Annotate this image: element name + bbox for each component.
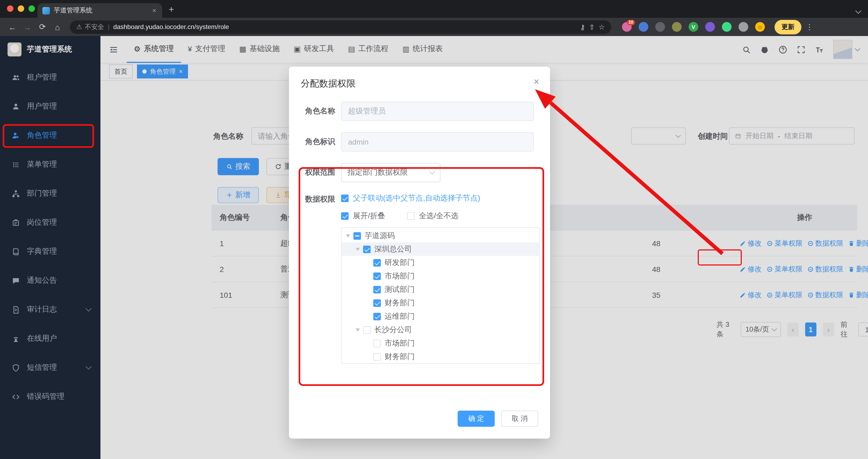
checkbox[interactable] — [373, 259, 381, 266]
dialog-role-key-label: 角色标识 — [305, 137, 341, 147]
dialog-header: 分配数据权限 × — [289, 67, 550, 94]
checkbox[interactable] — [373, 339, 381, 347]
data-perm-label: 数据权限 — [305, 194, 341, 204]
extension-icon-pink[interactable]: 10 — [622, 22, 632, 32]
tree-node[interactable]: 测试部门 — [342, 283, 539, 296]
checkbox[interactable] — [373, 272, 381, 280]
data-permission-dialog: 分配数据权限 × 角色名称 角色标识 权限范围 指定部门数据权限 数据权限 — [289, 67, 550, 438]
screen: 芋道管理系统 × + ← → ⟳ ⌂ ⚠ 不安全 | dashboard.yud… — [0, 0, 868, 459]
checkbox[interactable] — [353, 232, 361, 239]
tab-close-icon[interactable]: × — [151, 6, 157, 15]
dialog-role-name-input[interactable] — [341, 102, 534, 121]
extension-icon-green-v[interactable]: V — [689, 22, 698, 32]
strictly-option[interactable]: 父子联动(选中父节点,自动选择子节点) — [341, 194, 540, 203]
checkbox[interactable] — [373, 313, 381, 320]
browser-tabstrip: 芋道管理系统 × + — [0, 0, 868, 18]
checkbox[interactable] — [373, 353, 381, 361]
browser-menu-icon[interactable]: ⋮ — [806, 23, 813, 31]
extension-icon-blue[interactable] — [639, 22, 648, 32]
address-bar[interactable]: ⚠ 不安全 | dashboard.yudao.iocoder.cn/syste… — [70, 20, 611, 34]
tree-node[interactable]: 财务部门 — [342, 296, 539, 310]
tree-node[interactable]: 芋道源码 — [342, 229, 539, 242]
tree-node-label: 财务部门 — [384, 352, 415, 362]
home-icon[interactable]: ⌂ — [51, 22, 64, 31]
scope-select-value: 指定部门数据权限 — [347, 168, 408, 177]
select-all-label: 全选/全不选 — [419, 211, 459, 221]
bookmark-star-icon[interactable]: ☆ — [599, 23, 605, 31]
dialog-title: 分配数据权限 — [301, 79, 355, 89]
checkbox[interactable] — [373, 299, 381, 307]
minimize-window-button[interactable] — [18, 5, 24, 12]
browser-toolbar: ← → ⟳ ⌂ ⚠ 不安全 | dashboard.yudao.iocoder.… — [0, 18, 868, 36]
url-text: dashboard.yudao.iocoder.cn/system/role — [113, 23, 229, 31]
close-window-button[interactable] — [7, 5, 13, 12]
dialog-role-name-label: 角色名称 — [305, 107, 341, 116]
tree-node[interactable]: 财务部门 — [342, 350, 539, 363]
caret-down-icon[interactable] — [355, 248, 360, 251]
extensions-row: 10 V ☺ — [622, 22, 765, 32]
tree-node-label: 长沙分公司 — [374, 325, 412, 335]
scope-select[interactable]: 指定部门数据权限 — [341, 163, 440, 182]
security-indicator[interactable]: ⚠ 不安全 — [76, 22, 104, 31]
tab-title: 芋道管理系统 — [54, 6, 148, 15]
tree-node[interactable]: 深圳总公司 — [342, 242, 539, 256]
warning-icon: ⚠ — [76, 23, 82, 31]
dialog-footer: 确 定 取 消 — [458, 411, 538, 427]
checkbox[interactable] — [363, 246, 371, 253]
tree-node-label: 深圳总公司 — [374, 244, 412, 254]
security-label: 不安全 — [85, 22, 104, 31]
close-icon[interactable]: × — [534, 76, 539, 88]
tree-node[interactable]: 研发部门 — [342, 256, 539, 269]
tree-node-label: 运维部门 — [384, 312, 415, 321]
tree-node-label: 研发部门 — [384, 258, 415, 267]
tree-node-label: 财务部门 — [384, 298, 415, 308]
tree-node-label: 市场部门 — [384, 338, 415, 348]
tab-search-icon[interactable] — [856, 8, 862, 14]
tree-node[interactable]: 长沙分公司 — [342, 323, 539, 337]
tree-node-label: 市场部门 — [384, 271, 415, 281]
new-tab-button[interactable]: + — [169, 4, 174, 15]
data-perm-panel: 父子联动(选中父节点,自动选择子节点) 展开/折叠 全选/全不选 芋道源码 — [341, 194, 540, 364]
smiley-extension-icon[interactable]: ☺ — [755, 22, 765, 32]
checkbox[interactable] — [407, 212, 415, 220]
share-icon[interactable]: ⇧ — [589, 23, 595, 31]
cancel-button[interactable]: 取 消 — [501, 411, 538, 427]
puzzle-extension-icon[interactable] — [739, 22, 748, 32]
dialog-role-key-input[interactable] — [341, 132, 534, 151]
dialog-body: 角色名称 角色标识 权限范围 指定部门数据权限 数据权限 父子联 — [289, 94, 550, 364]
strictly-label: 父子联动(选中父节点,自动选择子节点) — [353, 194, 480, 203]
tree-node-label: 芋道源码 — [365, 231, 395, 240]
tree-node-label: 测试部门 — [384, 285, 415, 294]
tree-node[interactable]: 运维部门 — [342, 310, 539, 323]
confirm-button[interactable]: 确 定 — [458, 411, 495, 427]
forward-icon[interactable]: → — [21, 22, 34, 31]
caret-down-icon[interactable] — [355, 328, 360, 332]
password-key-icon[interactable]: ⚷ — [580, 23, 585, 31]
checkbox[interactable] — [363, 326, 371, 334]
extension-icon-gray[interactable] — [655, 22, 665, 32]
tree-node[interactable]: 市场部门 — [342, 337, 539, 350]
checkbox[interactable] — [341, 212, 349, 220]
extension-badge: 10 — [627, 20, 635, 25]
extension-icon-olive[interactable] — [672, 22, 682, 32]
tree-node[interactable]: 市场部门 — [342, 269, 539, 283]
dept-tree: 芋道源码 深圳总公司 研发部门 市场部门 — [341, 227, 540, 364]
window-controls — [7, 5, 35, 12]
extension-icon-green[interactable] — [722, 22, 732, 32]
checkbox[interactable] — [373, 286, 381, 293]
favicon — [42, 7, 50, 14]
chrome-update-button[interactable]: 更新 — [775, 20, 801, 34]
extension-icon-purple[interactable] — [705, 22, 715, 32]
url-divider: | — [108, 23, 110, 31]
scope-label: 权限范围 — [305, 168, 341, 177]
zoom-window-button[interactable] — [28, 5, 35, 12]
checkbox[interactable] — [341, 195, 349, 202]
reload-icon[interactable]: ⟳ — [35, 22, 50, 32]
tree-options-row: 展开/折叠 全选/全不选 — [341, 211, 540, 221]
caret-down-icon[interactable] — [346, 234, 350, 237]
expand-collapse-label: 展开/折叠 — [353, 211, 385, 221]
browser-tab[interactable]: 芋道管理系统 × — [38, 3, 162, 18]
back-icon[interactable]: ← — [5, 22, 19, 31]
chevron-down-icon — [429, 169, 435, 174]
